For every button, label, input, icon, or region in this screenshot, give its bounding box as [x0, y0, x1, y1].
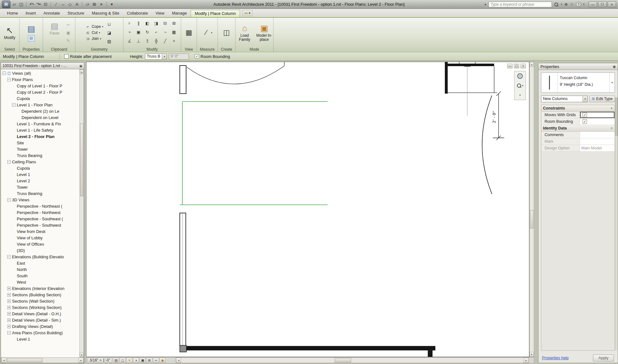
paint-button[interactable]: ◪: [105, 29, 113, 36]
wall-segment[interactable]: [445, 62, 448, 94]
tab-modify-place-column[interactable]: Modify | Place Column: [191, 10, 240, 17]
thin-lines-button[interactable]: ≡: [98, 1, 104, 8]
detail-level-button[interactable]: ▤: [113, 358, 119, 363]
tree-item-tower[interactable]: Tower: [1, 184, 79, 190]
temporary-hide-button[interactable]: ∞: [153, 358, 159, 363]
tree-item-sections-building-section[interactable]: +Sections (Building Section): [1, 292, 79, 298]
tab-insert[interactable]: Insert: [22, 10, 40, 17]
cut-button[interactable]: ✂: [64, 21, 72, 28]
tree-collapse-icon[interactable]: −: [7, 198, 11, 202]
tree-item-south[interactable]: South: [1, 273, 79, 279]
help-menu-chevron-icon[interactable]: ▾: [583, 3, 584, 6]
scrollbar-thumb[interactable]: [615, 98, 618, 136]
scroll-down-arrow[interactable]: ▾: [530, 352, 534, 357]
help-icon[interactable]: ?: [576, 2, 581, 7]
properties-header[interactable]: Properties ▣: [539, 63, 618, 70]
tab-structure[interactable]: Structure: [64, 10, 88, 17]
customize-qat-button[interactable]: ▾: [109, 1, 115, 8]
canvas-vertical-scrollbar[interactable]: ▴ ▾: [529, 62, 534, 357]
height-value-field[interactable]: 9' 0": [169, 53, 189, 60]
tree-item-detail-views-detail-o-h[interactable]: +Detail Views (Detail - O.H.): [1, 311, 79, 317]
tree-item-3d-views[interactable]: −3D Views: [1, 197, 79, 203]
align-tool[interactable]: ⊦: [126, 20, 134, 27]
trim-extend-tool[interactable]: ⌐: [152, 28, 160, 36]
tree-item-truss-bearing[interactable]: Truss Bearing: [1, 190, 79, 197]
tree-item-level-1-floor-plan[interactable]: −Level 1 - Floor Plan: [1, 102, 79, 108]
scrollbar-thumb[interactable]: [335, 358, 351, 362]
rotate-tool[interactable]: ↻: [143, 28, 151, 36]
tree-item-cupola[interactable]: Cupola: [1, 95, 79, 102]
section-identity-data[interactable]: Identity Data»: [541, 125, 615, 132]
panel-label-modify[interactable]: Modify: [123, 47, 181, 52]
view-graphics-button[interactable]: ▦: [185, 29, 193, 36]
tree-item-views-all[interactable]: −◫Views (all): [1, 70, 79, 76]
tree-item-drafting-views-detail[interactable]: +Drafting Views (Detail): [1, 323, 79, 329]
infocenter-flyout-icon[interactable]: ▸: [485, 3, 486, 6]
tree-item-tower[interactable]: Tower: [1, 146, 79, 152]
tree-item-area-plans-gross-building[interactable]: −Area Plans (Gross Building): [1, 329, 79, 336]
floor-plan-drawing[interactable]: 2' - 0": [86, 62, 529, 357]
property-value[interactable]: ✓: [580, 118, 615, 125]
pin-tool[interactable]: ⊥: [135, 37, 142, 45]
view-scale-button[interactable]: 3/16" = 1'-0": [88, 358, 112, 363]
tree-item-perspective-southeast[interactable]: Perspective - Southeast (: [1, 216, 79, 222]
communication-center-icon[interactable]: ⊕: [564, 2, 568, 7]
offset-tool[interactable]: ∥: [135, 20, 142, 27]
unpin-tool[interactable]: ↥: [143, 37, 151, 45]
beam-wall-joins-button[interactable]: ⊔: [105, 21, 113, 28]
wall-segment[interactable]: [180, 66, 186, 94]
property-value[interactable]: [580, 138, 615, 145]
tree-item-view-from-desk[interactable]: View from Desk: [1, 228, 79, 235]
model-in-place-button[interactable]: ▣Model In-place: [256, 23, 273, 42]
browser-vertical-scrollbar[interactable]: ▴ ▾: [79, 69, 84, 357]
mirror-pick-axis-tool[interactable]: ◧: [143, 20, 151, 27]
browser-options-icon[interactable]: ▣: [79, 64, 82, 68]
paste-button[interactable]: ▤ Paste: [46, 21, 63, 35]
favorites-star-icon[interactable]: ☆: [570, 2, 574, 7]
placed-column[interactable]: [180, 345, 186, 352]
cut-geometry-button[interactable]: ⊂Cut▾: [85, 30, 104, 35]
tree-item-perspective-northwest[interactable]: Perspective - Northwest: [1, 209, 79, 216]
tree-item-elevations-building-elevatio[interactable]: −Elevations (Building Elevatio: [1, 254, 79, 260]
ribbon-state-toggle[interactable]: ▭ ▾: [243, 10, 252, 16]
cope-button[interactable]: ⌐Cope▾: [85, 24, 104, 29]
tree-item-sections-wall-section[interactable]: +Sections (Wall Section): [1, 298, 79, 304]
tree-item-level-2[interactable]: Level 2: [1, 178, 79, 184]
default-3d-view-button[interactable]: ⌂▾: [84, 1, 91, 8]
tree-item-floor-plans[interactable]: −Floor Plans: [1, 76, 79, 83]
tree-item-perspective-southwest[interactable]: Perspective - Southwest: [1, 222, 79, 228]
tree-item-truss-bearing[interactable]: Truss Bearing: [1, 152, 79, 159]
maximize-restore-button[interactable]: ☐: [598, 1, 607, 7]
type-selector[interactable]: Tuscan Column 9' Height (18" Dia.) ▾: [541, 72, 615, 93]
curved-wall[interactable]: [187, 66, 284, 84]
tree-item-level-1-life-safety[interactable]: Level 1 - Life Safety: [1, 127, 79, 133]
wall-segment[interactable]: [186, 346, 435, 350]
tab-collaborate[interactable]: Collaborate: [123, 10, 152, 17]
properties-help-link[interactable]: Properties help: [542, 356, 569, 360]
search-icon[interactable]: [554, 2, 558, 7]
tab-view[interactable]: View: [152, 10, 168, 17]
view-minimize-button[interactable]: —: [507, 64, 513, 68]
tree-item-ceiling-plans[interactable]: −Ceiling Plans: [1, 159, 79, 165]
extend-tool[interactable]: ¬: [161, 28, 169, 36]
shadows-button[interactable]: ◑: [133, 358, 139, 363]
tree-expand-icon[interactable]: +: [7, 318, 11, 322]
tree-collapse-icon[interactable]: −: [7, 331, 11, 335]
application-menu-button[interactable]: R: [2, 1, 10, 8]
aligned-dimension-button[interactable]: ↔: [60, 1, 66, 8]
tab-massing-site[interactable]: Massing & Site: [88, 10, 123, 17]
move-tool[interactable]: +: [126, 28, 134, 36]
tree-item-level-2-floor-plan[interactable]: Level 2 - Floor Plan: [1, 133, 79, 140]
minimize-button[interactable]: —: [589, 1, 597, 7]
view-restore-button[interactable]: ☐: [514, 64, 519, 68]
tree-item-3d[interactable]: {3D}: [1, 247, 79, 254]
tree-expand-icon[interactable]: +: [7, 293, 11, 297]
load-family-button[interactable]: ⌂Load Family: [236, 23, 253, 42]
edit-type-button[interactable]: ⊞ Edit Type: [590, 96, 615, 102]
tree-item-view-of-offices[interactable]: View of Offices: [1, 241, 79, 247]
tree-item-copy-of-level-1-floor-p[interactable]: Copy of Level 1 - Floor P: [1, 83, 79, 89]
scroll-up-arrow[interactable]: ▴: [80, 70, 84, 74]
zoom-button[interactable]: ▾: [517, 82, 523, 89]
panel-label-properties[interactable]: Properties: [20, 47, 43, 52]
tree-item-copy-of-level-2-floor-p[interactable]: Copy of Level 2 - Floor P: [1, 89, 79, 95]
